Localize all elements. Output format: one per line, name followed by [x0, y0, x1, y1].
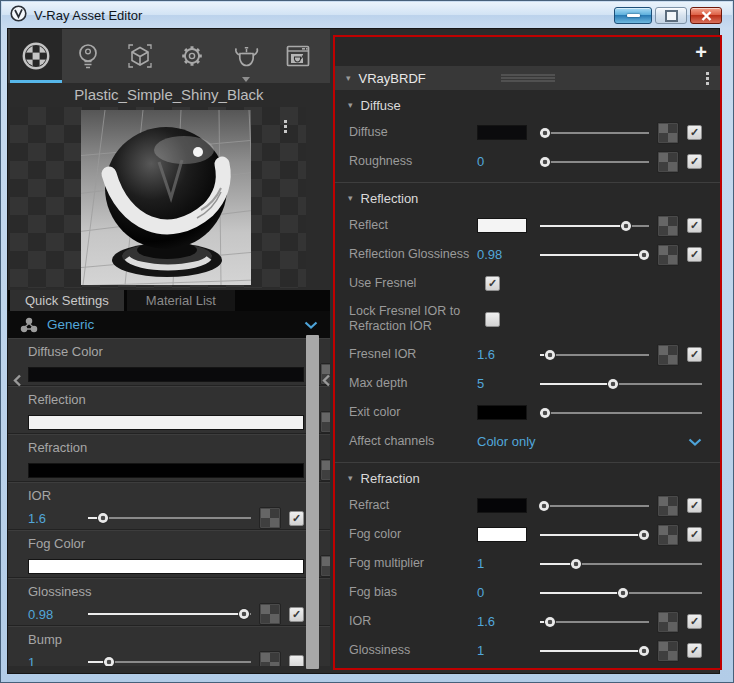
- param-value[interactable]: 1: [477, 556, 484, 571]
- param-value[interactable]: 1.6: [28, 511, 80, 526]
- drag-handle-icon[interactable]: [501, 75, 555, 82]
- tab-quick-settings[interactable]: Quick Settings: [10, 290, 124, 311]
- slider-thumb-icon[interactable]: [618, 588, 628, 598]
- param-value[interactable]: 0: [477, 154, 484, 169]
- texture-slot-icon[interactable]: [320, 555, 330, 577]
- close-button[interactable]: [690, 7, 722, 24]
- enable-checkbox[interactable]: ✓: [687, 347, 702, 362]
- texture-slot-icon[interactable]: [657, 122, 679, 144]
- param-value[interactable]: 1.6: [477, 614, 495, 629]
- texture-slot-icon[interactable]: [259, 603, 281, 625]
- slider-thumb-icon[interactable]: [608, 379, 618, 389]
- param-slider[interactable]: [88, 512, 251, 524]
- slider-thumb-icon[interactable]: [639, 646, 649, 656]
- slider-thumb-icon[interactable]: [104, 657, 114, 666]
- param-value[interactable]: 0: [477, 585, 484, 600]
- restore-button[interactable]: [655, 7, 687, 24]
- param-value[interactable]: 1: [28, 655, 80, 667]
- render-tool-button[interactable]: [220, 29, 272, 83]
- texture-slot-icon[interactable]: [320, 411, 330, 433]
- param-value[interactable]: 0.98: [477, 247, 502, 262]
- brdf-node-header[interactable]: ▾ VRayBRDF: [335, 66, 720, 90]
- enable-checkbox[interactable]: ✓: [687, 218, 702, 233]
- materials-tool-button[interactable]: [10, 29, 62, 83]
- texture-slot-icon[interactable]: [657, 640, 679, 662]
- param-checkbox[interactable]: [485, 312, 500, 327]
- render-window-tool-button[interactable]: [272, 29, 324, 83]
- param-slider[interactable]: [540, 529, 649, 541]
- color-swatch[interactable]: [477, 498, 527, 513]
- enable-checkbox[interactable]: ✓: [687, 125, 702, 140]
- slider-thumb-icon[interactable]: [639, 530, 649, 540]
- enable-checkbox[interactable]: ✓: [687, 498, 702, 513]
- collapse-triangle-icon[interactable]: ▾: [346, 73, 351, 83]
- minimize-button[interactable]: [614, 7, 652, 24]
- render-dropdown-arrow-icon[interactable]: [242, 77, 250, 82]
- param-slider[interactable]: [540, 587, 702, 599]
- geometry-tool-button[interactable]: [114, 29, 166, 83]
- section-header-diffuse[interactable]: ▾Diffuse: [335, 92, 720, 118]
- color-swatch[interactable]: [477, 218, 527, 233]
- chevron-down-icon[interactable]: [304, 321, 318, 329]
- slider-thumb-icon[interactable]: [545, 617, 555, 627]
- node-menu-button[interactable]: [706, 72, 709, 85]
- enable-checkbox[interactable]: ✓: [289, 511, 304, 526]
- slider-thumb-icon[interactable]: [540, 128, 550, 138]
- dropdown-value[interactable]: Color only: [477, 434, 536, 449]
- collapse-left-edge-button[interactable]: [11, 372, 23, 388]
- enable-checkbox[interactable]: ✓: [687, 527, 702, 542]
- param-slider[interactable]: [540, 349, 649, 361]
- enable-checkbox[interactable]: ✓: [687, 247, 702, 262]
- enable-checkbox[interactable]: ✓: [687, 154, 702, 169]
- texture-slot-icon[interactable]: [657, 151, 679, 173]
- texture-slot-icon[interactable]: [657, 495, 679, 517]
- param-slider[interactable]: [540, 558, 702, 570]
- param-slider[interactable]: [540, 127, 649, 139]
- slider-thumb-icon[interactable]: [540, 408, 550, 418]
- color-swatch[interactable]: [477, 125, 527, 140]
- enable-checkbox[interactable]: ✓: [289, 607, 304, 622]
- enable-checkbox[interactable]: ✓: [687, 643, 702, 658]
- collapse-panel-button[interactable]: [320, 372, 332, 388]
- texture-slot-icon[interactable]: [657, 244, 679, 266]
- section-header-refraction[interactable]: ▾Refraction: [335, 465, 720, 491]
- left-scrollbar[interactable]: [306, 335, 319, 669]
- texture-slot-icon[interactable]: [320, 459, 330, 481]
- slider-thumb-icon[interactable]: [540, 157, 550, 167]
- param-slider[interactable]: [540, 378, 702, 390]
- settings-tool-button[interactable]: [166, 29, 218, 83]
- param-slider[interactable]: [88, 656, 251, 666]
- param-value[interactable]: 1.6: [477, 347, 495, 362]
- color-swatch[interactable]: [28, 559, 304, 574]
- texture-slot-icon[interactable]: [657, 215, 679, 237]
- param-slider[interactable]: [540, 645, 649, 657]
- param-slider[interactable]: [540, 500, 649, 512]
- add-layer-button[interactable]: +: [695, 42, 707, 62]
- color-swatch[interactable]: [477, 527, 527, 542]
- slider-thumb-icon[interactable]: [239, 609, 249, 619]
- texture-slot-icon[interactable]: [657, 524, 679, 546]
- color-swatch[interactable]: [28, 463, 304, 478]
- enable-checkbox[interactable]: ✓: [687, 614, 702, 629]
- color-swatch[interactable]: [28, 367, 304, 382]
- slider-thumb-icon[interactable]: [621, 221, 631, 231]
- texture-slot-icon[interactable]: [259, 651, 281, 666]
- slider-thumb-icon[interactable]: [571, 559, 581, 569]
- enable-checkbox[interactable]: [289, 655, 304, 667]
- color-swatch[interactable]: [477, 405, 527, 420]
- slider-thumb-icon[interactable]: [539, 501, 549, 511]
- lights-tool-button[interactable]: [62, 29, 114, 83]
- param-slider[interactable]: [540, 156, 649, 168]
- texture-slot-icon[interactable]: [259, 507, 281, 529]
- preview-menu-button[interactable]: [281, 117, 290, 136]
- slider-thumb-icon[interactable]: [545, 350, 555, 360]
- texture-slot-icon[interactable]: [657, 611, 679, 633]
- section-header-reflection[interactable]: ▾Reflection: [335, 185, 720, 211]
- param-value[interactable]: 0.98: [28, 607, 80, 622]
- color-swatch[interactable]: [28, 415, 304, 430]
- param-value[interactable]: 1: [477, 643, 484, 658]
- texture-slot-icon[interactable]: [657, 344, 679, 366]
- param-slider[interactable]: [540, 249, 649, 261]
- tab-material-list[interactable]: Material List: [127, 290, 235, 311]
- param-value[interactable]: 5: [477, 376, 484, 391]
